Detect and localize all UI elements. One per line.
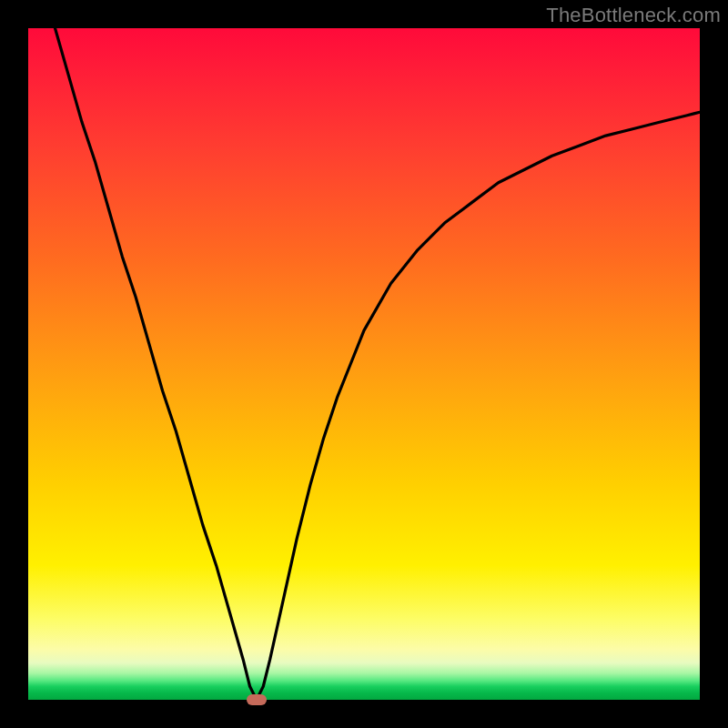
plot-area (28, 28, 700, 700)
watermark-text: TheBottleneck.com (546, 4, 721, 27)
chart-frame: TheBottleneck.com (0, 0, 728, 728)
minimum-marker (247, 694, 267, 705)
bottleneck-curve (28, 28, 700, 700)
